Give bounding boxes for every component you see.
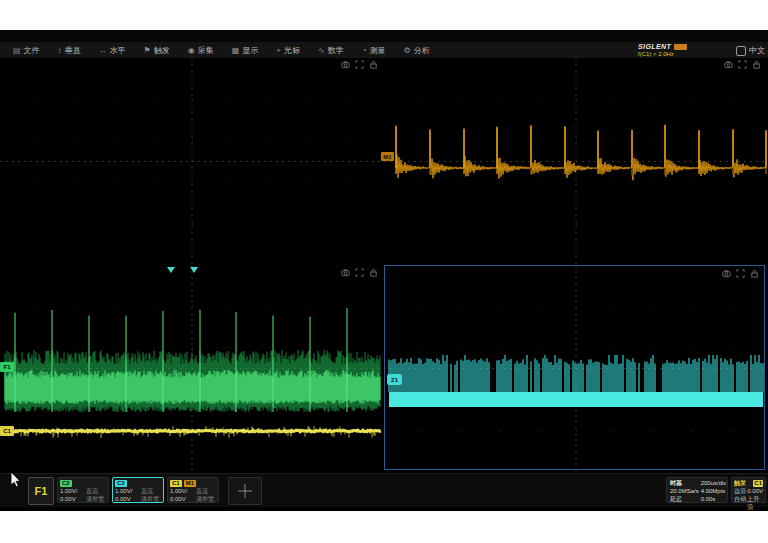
menu-item-label: 光标 bbox=[284, 45, 300, 56]
zoom-region-marker-right[interactable] bbox=[190, 267, 198, 273]
mouse-cursor bbox=[10, 471, 26, 489]
c2-offset: 0.00V bbox=[60, 495, 86, 503]
oscilloscope-screen: ▤文件↕垂直↔水平⚑触发◉采集▦显示+光标∿数学◔测量⚙分析 SIGLENT f… bbox=[0, 30, 768, 511]
c3-coupling: 直流 bbox=[141, 487, 161, 495]
menu-item-9[interactable]: ⚙分析 bbox=[395, 42, 439, 58]
menu-item-5[interactable]: ▦显示 bbox=[223, 42, 268, 58]
timebase-tdiv: 200us/div bbox=[701, 479, 727, 487]
menu-item-icon: + bbox=[276, 46, 281, 55]
channel-descriptors: C2 1.00V/ 直流 0.00V 满带宽 C3 1.00V/ bbox=[57, 477, 219, 503]
language-selector[interactable]: 中文 bbox=[736, 45, 765, 56]
menu-item-icon: ⚙ bbox=[404, 46, 411, 55]
quadrant-toolbar-bottom-left bbox=[341, 268, 378, 277]
quadrant-toolbar-top-right bbox=[724, 60, 761, 69]
timebase-title: 时基 bbox=[670, 479, 699, 487]
trigger-source: C1 bbox=[753, 480, 763, 487]
menu-item-icon: ◉ bbox=[188, 46, 195, 55]
crosshair-icon bbox=[236, 482, 254, 500]
menu-item-7[interactable]: ∿数学 bbox=[309, 42, 353, 58]
trace-label-f1[interactable]: F1 bbox=[0, 362, 14, 372]
channel-tag-c2: C2 bbox=[60, 480, 72, 487]
menu-item-2[interactable]: ↔水平 bbox=[90, 42, 135, 58]
function-f1-box[interactable]: F1 bbox=[28, 477, 54, 505]
c1-vdiv: 1.00V/ bbox=[170, 487, 196, 495]
c3-bandwidth: 满带宽 bbox=[141, 495, 161, 503]
expand-icon[interactable] bbox=[738, 60, 747, 69]
menu-item-label: 垂直 bbox=[65, 45, 81, 56]
top-strip bbox=[0, 30, 768, 42]
lock-icon[interactable] bbox=[750, 269, 759, 278]
c2-vdiv: 1.00V/ bbox=[60, 487, 86, 495]
menu-item-0[interactable]: ▤文件 bbox=[4, 42, 49, 58]
channel-tag-c1: C1 bbox=[170, 480, 182, 487]
language-label: 中文 bbox=[749, 45, 765, 56]
brand-block: SIGLENT f(C1) < 2.0Hz bbox=[638, 43, 724, 58]
timebase-srate: 20.0MSa/s bbox=[670, 487, 699, 495]
trigger-box[interactable]: 触发 C1 边沿 0.00V 自动 上升沿 bbox=[731, 477, 766, 503]
menu-item-4[interactable]: ◉采集 bbox=[179, 42, 223, 58]
trigger-level: 0.00V bbox=[747, 487, 763, 495]
lock-icon[interactable] bbox=[369, 268, 378, 277]
quadrant-toolbar-bottom-right bbox=[722, 269, 759, 278]
menu-item-label: 触发 bbox=[154, 45, 170, 56]
channel-tag-c3: C3 bbox=[115, 480, 127, 487]
camera-icon[interactable] bbox=[341, 60, 350, 69]
expand-icon[interactable] bbox=[355, 60, 364, 69]
trigger-slope: 上升沿 bbox=[747, 495, 763, 511]
menu-item-1[interactable]: ↕垂直 bbox=[49, 42, 90, 58]
c1-offset: 0.00V bbox=[170, 495, 196, 503]
status-bar: F1 C2 1.00V/ 直流 0.00V 满带宽 C3 bbox=[0, 473, 768, 507]
trace-label-c1[interactable]: C1 bbox=[0, 426, 14, 436]
camera-icon[interactable] bbox=[724, 60, 733, 69]
timebase-depth: 4.00Mpts bbox=[701, 487, 727, 495]
brand-name: SIGLENT bbox=[638, 43, 671, 50]
trace-label-z1[interactable]: Z1 bbox=[387, 374, 402, 385]
trigger-title: 触发 bbox=[734, 479, 746, 487]
menu-item-icon: ◔ bbox=[362, 46, 367, 55]
menu-item-icon: ▦ bbox=[232, 46, 240, 55]
expand-icon[interactable] bbox=[355, 268, 364, 277]
camera-icon[interactable] bbox=[341, 268, 350, 277]
menu-item-3[interactable]: ⚑触发 bbox=[135, 42, 179, 58]
channel-tag-m1: M1 bbox=[184, 480, 196, 487]
lock-icon[interactable] bbox=[369, 60, 378, 69]
menu-item-label: 文件 bbox=[24, 45, 40, 56]
waveform-grid: M1 F1 C1 Z1 bbox=[0, 58, 768, 472]
timebase-delay: 0.00s bbox=[701, 495, 727, 503]
menu-item-label: 数学 bbox=[328, 45, 344, 56]
camera-icon[interactable] bbox=[722, 269, 731, 278]
menu-item-icon: ↕ bbox=[58, 46, 62, 55]
menu-item-label: 测量 bbox=[370, 45, 386, 56]
menu-item-label: 采集 bbox=[198, 45, 214, 56]
menu-items: ▤文件↕垂直↔水平⚑触发◉采集▦显示+光标∿数学◔测量⚙分析 bbox=[0, 42, 439, 58]
menu-item-icon: ▤ bbox=[13, 46, 21, 55]
page: ▤文件↕垂直↔水平⚑触发◉采集▦显示+光标∿数学◔测量⚙分析 SIGLENT f… bbox=[0, 0, 768, 543]
channel-box-c2[interactable]: C2 1.00V/ 直流 0.00V 满带宽 bbox=[57, 477, 109, 503]
trigger-mode: 自动 bbox=[734, 495, 747, 511]
channel-box-c1[interactable]: C1 M1 1.00V/ 直流 0.00V 满带宽 bbox=[167, 477, 219, 503]
zoom-region-marker-left[interactable] bbox=[167, 267, 175, 273]
menu-item-8[interactable]: ◔测量 bbox=[353, 42, 395, 58]
c1-bandwidth: 满带宽 bbox=[196, 495, 216, 503]
user-icon bbox=[736, 46, 746, 56]
frequency-counter: f(C1) < 2.0Hz bbox=[638, 51, 724, 57]
timebase-box[interactable]: 时基 200us/div 20.0MSa/s 4.00Mpts 延迟 0.00s bbox=[666, 477, 728, 503]
menu-bar: ▤文件↕垂直↔水平⚑触发◉采集▦显示+光标∿数学◔测量⚙分析 SIGLENT f… bbox=[0, 42, 768, 59]
trace-label-m1[interactable]: M1 bbox=[381, 152, 394, 161]
c3-vdiv: 1.00V/ bbox=[115, 487, 141, 495]
lock-icon[interactable] bbox=[752, 60, 761, 69]
quadrant-toolbar-top-left bbox=[341, 60, 378, 69]
waveform-canvas bbox=[0, 58, 768, 472]
c2-bandwidth: 满带宽 bbox=[86, 495, 106, 503]
menu-item-6[interactable]: +光标 bbox=[267, 42, 309, 58]
timebase-delay-label: 延迟 bbox=[670, 495, 699, 503]
c1-coupling: 直流 bbox=[196, 487, 216, 495]
menu-item-icon: ∿ bbox=[318, 46, 325, 55]
brand-badge bbox=[674, 44, 687, 50]
c3-offset: 0.00V bbox=[115, 495, 141, 503]
menu-item-icon: ↔ bbox=[99, 46, 107, 55]
menu-item-icon: ⚑ bbox=[144, 46, 151, 55]
channel-box-c3[interactable]: C3 1.00V/ 直流 0.00V 满带宽 bbox=[112, 477, 164, 503]
position-widget[interactable] bbox=[228, 477, 262, 505]
expand-icon[interactable] bbox=[736, 269, 745, 278]
